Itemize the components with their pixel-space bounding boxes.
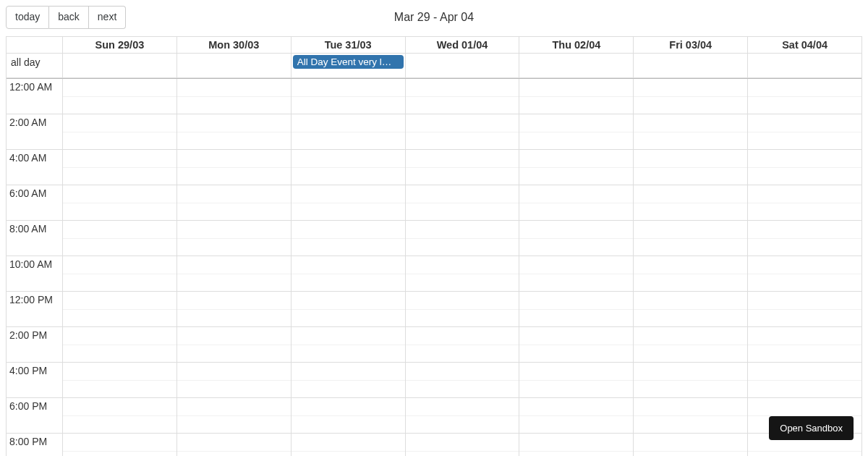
time-slot[interactable] (292, 434, 405, 456)
time-slot[interactable] (177, 292, 291, 327)
time-slot[interactable] (634, 185, 747, 221)
time-slot[interactable] (519, 185, 633, 221)
time-slot[interactable] (292, 185, 405, 221)
time-slot[interactable] (292, 79, 405, 114)
time-slot[interactable] (406, 327, 519, 363)
next-button[interactable]: next (89, 6, 126, 29)
time-slot[interactable] (634, 256, 747, 292)
time-slot[interactable] (177, 79, 291, 114)
time-slot[interactable] (519, 292, 633, 327)
allday-cell[interactable] (406, 54, 520, 77)
time-slot[interactable] (634, 398, 747, 434)
time-slot[interactable] (292, 256, 405, 292)
time-slot[interactable] (406, 79, 519, 114)
day-column[interactable] (634, 79, 748, 456)
day-column[interactable] (177, 79, 292, 456)
allday-cell[interactable] (634, 54, 748, 77)
time-slot[interactable] (634, 292, 747, 327)
allday-cell[interactable] (177, 54, 292, 77)
day-column[interactable] (519, 79, 634, 456)
time-slot[interactable] (634, 221, 747, 256)
time-slot[interactable] (748, 363, 861, 398)
time-slot[interactable] (292, 292, 405, 327)
time-slot[interactable] (63, 434, 176, 456)
time-slot[interactable] (63, 398, 176, 434)
time-slot[interactable] (634, 150, 747, 185)
time-slot[interactable] (406, 434, 519, 456)
time-slot[interactable] (519, 434, 633, 456)
day-column[interactable] (406, 79, 520, 456)
time-slot[interactable] (406, 363, 519, 398)
time-slot[interactable] (177, 256, 291, 292)
time-slot[interactable] (634, 79, 747, 114)
allday-cell[interactable] (63, 54, 177, 77)
allday-event[interactable]: All Day Event very l… (293, 55, 404, 69)
time-slot[interactable] (63, 150, 176, 185)
time-slot[interactable] (748, 114, 861, 150)
time-slot[interactable] (748, 150, 861, 185)
allday-cell[interactable]: All Day Event very l… (292, 54, 406, 77)
time-slot[interactable] (406, 185, 519, 221)
time-slot[interactable] (177, 398, 291, 434)
time-slot[interactable] (177, 150, 291, 185)
time-slot[interactable] (634, 363, 747, 398)
open-sandbox-button[interactable]: Open Sandbox (769, 416, 854, 440)
day-header[interactable]: Mon 30/03 (177, 37, 292, 53)
time-slot[interactable] (292, 398, 405, 434)
back-button[interactable]: back (49, 6, 89, 29)
time-slot[interactable] (519, 221, 633, 256)
time-slot[interactable] (177, 185, 291, 221)
time-slot[interactable] (292, 114, 405, 150)
allday-cell[interactable] (519, 54, 634, 77)
time-slot[interactable] (406, 150, 519, 185)
time-slot[interactable] (177, 114, 291, 150)
time-slot[interactable] (406, 221, 519, 256)
time-slot[interactable] (63, 363, 176, 398)
day-header[interactable]: Thu 02/04 (519, 37, 634, 53)
time-slot[interactable] (748, 79, 861, 114)
time-slot[interactable] (406, 256, 519, 292)
time-slot[interactable] (519, 256, 633, 292)
time-slot[interactable] (519, 398, 633, 434)
allday-cell[interactable] (748, 54, 861, 77)
time-slot[interactable] (63, 292, 176, 327)
time-slot[interactable] (177, 363, 291, 398)
day-column[interactable] (292, 79, 406, 456)
time-slot[interactable] (63, 185, 176, 221)
time-slot[interactable] (292, 221, 405, 256)
time-slot[interactable] (63, 256, 176, 292)
time-slot[interactable] (634, 434, 747, 456)
time-slot[interactable] (634, 114, 747, 150)
time-slot[interactable] (177, 221, 291, 256)
time-slot[interactable] (177, 434, 291, 456)
time-slot[interactable] (748, 292, 861, 327)
time-slot[interactable] (634, 327, 747, 363)
time-slot[interactable] (519, 150, 633, 185)
today-button[interactable]: today (6, 6, 49, 29)
day-header[interactable]: Sun 29/03 (63, 37, 177, 53)
time-slot[interactable] (406, 114, 519, 150)
day-column[interactable] (748, 79, 861, 456)
time-slot[interactable] (406, 398, 519, 434)
day-header[interactable]: Fri 03/04 (634, 37, 748, 53)
time-slot[interactable] (748, 256, 861, 292)
time-slot[interactable] (519, 114, 633, 150)
time-slot[interactable] (63, 79, 176, 114)
time-slot[interactable] (519, 79, 633, 114)
day-header[interactable]: Sat 04/04 (748, 37, 861, 53)
day-header[interactable]: Wed 01/04 (406, 37, 520, 53)
time-slot[interactable] (748, 327, 861, 363)
time-slot[interactable] (63, 114, 176, 150)
time-slot[interactable] (748, 185, 861, 221)
time-slot[interactable] (63, 327, 176, 363)
day-column[interactable] (63, 79, 177, 456)
time-slot[interactable] (748, 221, 861, 256)
day-header[interactable]: Tue 31/03 (292, 37, 406, 53)
time-slot[interactable] (292, 150, 405, 185)
time-slot[interactable] (519, 327, 633, 363)
time-slot[interactable] (292, 327, 405, 363)
time-slot[interactable] (406, 292, 519, 327)
time-slot[interactable] (177, 327, 291, 363)
time-slot[interactable] (63, 221, 176, 256)
time-slot[interactable] (292, 363, 405, 398)
